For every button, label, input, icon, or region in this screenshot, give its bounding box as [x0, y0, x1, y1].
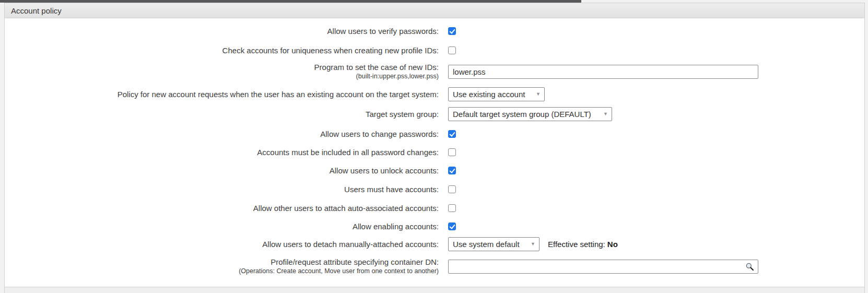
field-label: Check accounts for uniqueness when creat…	[5, 45, 439, 55]
container-dn-input[interactable]	[448, 260, 758, 274]
field-label: Target system group:	[5, 109, 439, 119]
selected-option-label: Use system default	[453, 240, 520, 249]
detach-accounts-select[interactable]: Use system default ▼	[448, 237, 539, 251]
unlock-accounts-checkbox[interactable]	[448, 167, 456, 174]
change-passwords-checkbox[interactable]	[448, 130, 456, 138]
selected-option-label: Default target system group (DEFAULT)	[453, 110, 591, 119]
attach-auto-associated-checkbox[interactable]	[448, 204, 456, 212]
account-policy-form: Allow users to verify passwords: Check a…	[5, 18, 864, 276]
field-label: Allow other users to attach auto-associa…	[5, 203, 439, 213]
form-row-change-passwords: Allow users to change passwords:	[5, 129, 864, 139]
field-label: Allow users to change passwords:	[5, 129, 439, 139]
included-password-changes-checkbox[interactable]	[448, 148, 456, 156]
form-row-unlock-accounts: Allow users to unlock accounts:	[5, 166, 864, 175]
form-row-included-password-changes: Accounts must be included in all passwor…	[5, 147, 864, 157]
uniqueness-checkbox[interactable]	[448, 46, 456, 54]
users-must-have-accounts-checkbox[interactable]	[448, 185, 456, 193]
form-row-detach-accounts: Allow users to detach manually-attached …	[5, 237, 864, 251]
form-row-case-program: Program to set the case of new IDs: (bui…	[5, 62, 864, 81]
selected-option-label: Use existing account	[453, 90, 525, 99]
enabling-accounts-checkbox[interactable]	[448, 222, 456, 230]
case-program-input[interactable]	[448, 65, 758, 79]
section-header: Account policy	[5, 3, 864, 18]
field-label: Policy for new account requests when the…	[5, 89, 439, 99]
search-icon[interactable]	[745, 262, 754, 271]
field-label: Users must have accounts:	[5, 184, 439, 194]
chevron-down-icon: ▼	[603, 112, 608, 116]
account-policy-panel: Account policy Allow users to verify pas…	[4, 3, 865, 293]
target-system-group-select[interactable]: Default target system group (DEFAULT) ▼	[448, 107, 612, 121]
effective-setting-text: Effective setting:No	[548, 240, 618, 249]
form-row-verify-passwords: Allow users to verify passwords:	[5, 26, 864, 36]
field-label: Accounts must be included in all passwor…	[5, 147, 439, 157]
chevron-down-icon: ▼	[536, 92, 541, 97]
verify-passwords-checkbox[interactable]	[448, 27, 456, 35]
field-label: Allow users to detach manually-attached …	[5, 239, 439, 249]
field-label: Profile/request attribute specifying con…	[5, 257, 439, 267]
form-row-uniqueness: Check accounts for uniqueness when creat…	[5, 45, 864, 55]
field-label: Allow users to unlock accounts:	[5, 166, 439, 175]
effective-setting-label: Effective setting:	[548, 240, 605, 249]
existing-account-policy-select[interactable]: Use existing account ▼	[448, 87, 545, 101]
effective-setting-value: No	[607, 240, 618, 249]
form-row-container-dn: Profile/request attribute specifying con…	[5, 257, 864, 276]
field-label: Allow users to verify passwords:	[5, 26, 439, 36]
next-section-divider	[5, 287, 864, 293]
field-sublabel: (Operations: Create account, Move user f…	[5, 267, 439, 276]
form-row-attach-auto-associated: Allow other users to attach auto-associa…	[5, 203, 864, 213]
form-row-users-must-have-accounts: Users must have accounts:	[5, 184, 864, 194]
field-label: Program to set the case of new IDs:	[5, 62, 439, 72]
form-row-existing-account-policy: Policy for new account requests when the…	[5, 87, 864, 101]
field-label: Allow enabling accounts:	[5, 221, 439, 231]
chevron-down-icon: ▼	[531, 242, 535, 247]
form-row-enabling-accounts: Allow enabling accounts:	[5, 221, 864, 231]
form-row-target-system-group: Target system group: Default target syst…	[5, 107, 864, 121]
page-title: Account policy	[11, 6, 62, 15]
field-sublabel: (built-in:upper.pss,lower.pss)	[5, 72, 439, 81]
container-dn-search-field	[448, 260, 758, 274]
